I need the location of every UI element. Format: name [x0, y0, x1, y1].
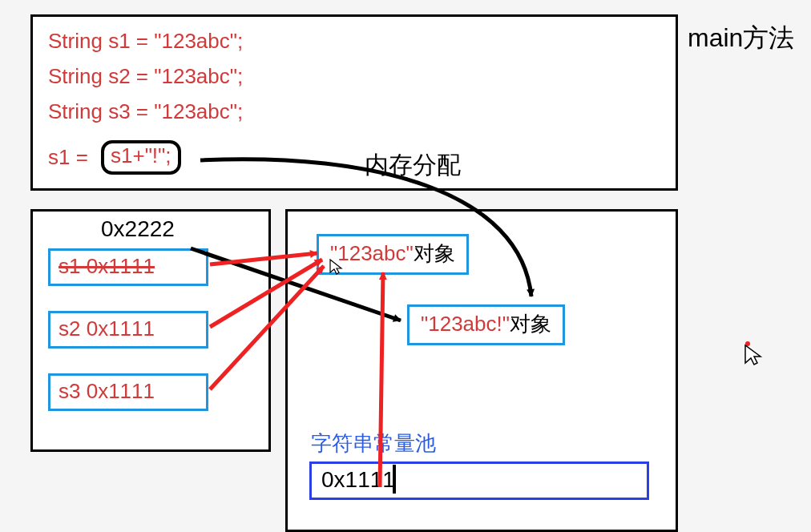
obj-123abc-suf: 对象 [414, 241, 455, 265]
var-s1-text: s1 0x1111 [59, 254, 155, 278]
code-line-1: String s1 = "123abc"; [48, 29, 243, 54]
obj-123abc-lit: "123abc" [330, 241, 414, 265]
new-addr: 0x2222 [101, 216, 175, 242]
code-line-4b: s1+"!"; [101, 140, 181, 175]
obj-b-suf: 对象 [510, 312, 551, 336]
code-line-2: String s2 = "123abc"; [48, 64, 243, 89]
code-line-3: String s3 = "123abc"; [48, 99, 243, 124]
var-s1: s1 0x1111 [48, 248, 208, 286]
var-s2: s2 0x1111 [48, 311, 208, 349]
pool-label: 字符串常量池 [311, 429, 436, 457]
var-s3: s3 0x1111 [48, 373, 208, 411]
svg-point-0 [745, 341, 750, 346]
obj-b-lit: "123abc!" [421, 312, 510, 336]
obj-123abc: "123abc"对象 [317, 234, 469, 275]
obj-123abc-bang: "123abc!"对象 [407, 304, 565, 345]
pool-box: 0x1111 [309, 461, 649, 500]
var-s3-text: s3 0x1111 [59, 379, 155, 403]
pool-addr: 0x1111 [321, 467, 395, 492]
code-line-4a: s1 = [48, 145, 88, 170]
var-s2-text: s2 0x1111 [59, 316, 155, 341]
main-label: main方法 [688, 21, 794, 56]
mem-label: 内存分配 [365, 149, 461, 182]
